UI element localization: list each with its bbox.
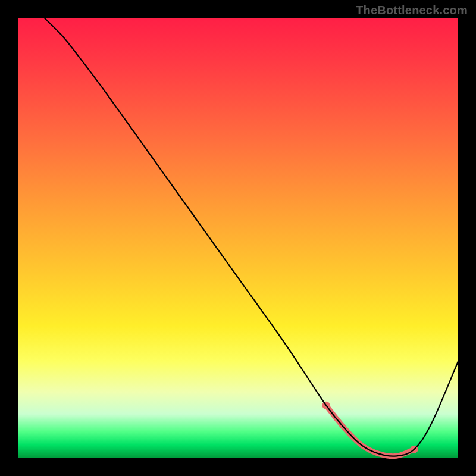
attribution-text: TheBottleneck.com [356,4,468,17]
plot-area [18,18,458,458]
highlight-segment [326,405,414,456]
bottleneck-curve [44,18,458,456]
curve-svg [18,18,458,458]
chart-frame: TheBottleneck.com [0,0,476,476]
highlight-dots [322,402,418,453]
